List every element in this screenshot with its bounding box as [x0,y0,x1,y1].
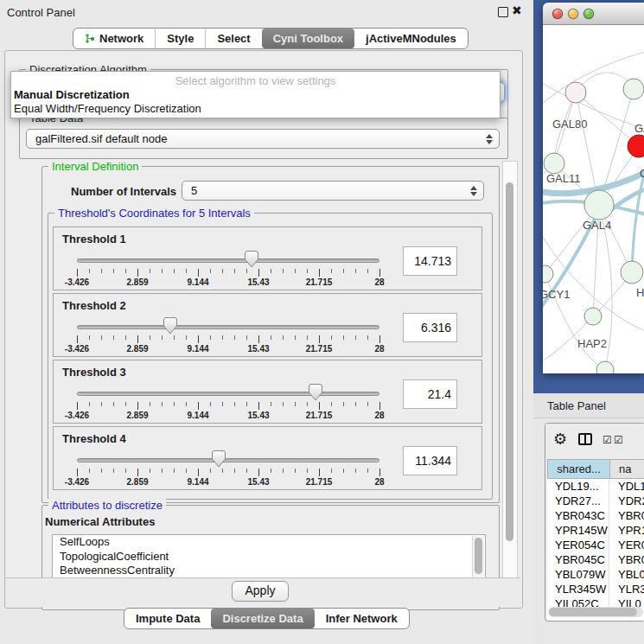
attribute-item-betweennesscentrality[interactable]: BetweennessCentrality [53,564,485,578]
cell-name[interactable]: YER0 [609,538,644,552]
dropdown-option-manual-discretization[interactable]: Manual Discretization [11,88,500,102]
close-icon[interactable]: ✖ [512,3,522,17]
cell-name[interactable]: YDR2 [609,494,644,508]
cell-name[interactable]: YBR0 [609,508,644,523]
panel-title: Control Panel [7,6,75,19]
zoom-traffic-icon[interactable] [583,9,594,19]
dropdown-option-equal-width-frequency-discretization[interactable]: Equal Width/Frequency Discretization [11,102,500,116]
tab-impute-data[interactable]: Impute Data [124,609,211,628]
threshold-value-field[interactable]: 21.4 [403,379,457,409]
tick-label: 9.144 [187,344,208,354]
cell-shared-name[interactable]: YPR145W [547,523,609,538]
tick-mark [198,269,199,277]
table-row[interactable]: YER054CYER0 [547,538,644,552]
threshold-value-field[interactable]: 6.316 [403,313,457,342]
network-node[interactable] [584,308,602,325]
column-header-shared-name[interactable]: shared... [548,460,610,478]
cell-name[interactable]: YDL1 [609,479,644,494]
scrollbar-thumb[interactable] [549,608,637,616]
tick-mark [101,335,102,340]
cell-name[interactable]: YPR1 [609,523,644,538]
checkbox-icon[interactable]: ☑ [614,434,623,446]
threshold-value-field[interactable]: 14.713 [403,246,457,276]
tab-style[interactable]: Style [155,29,205,48]
attribute-item-selfloops[interactable]: SelfLoops [53,535,485,550]
threshold-slider[interactable]: -3.4262.8599.14415.4321.71528 [77,381,379,423]
tick-mark [379,402,380,410]
tick-mark [113,269,114,273]
slider-handle[interactable] [212,450,226,468]
checkbox-icon[interactable]: ☑ [603,434,612,446]
network-node[interactable] [621,261,643,284]
slider-handle[interactable] [245,251,258,268]
network-node[interactable] [596,361,614,373]
tick-mark [307,335,308,340]
cell-shared-name[interactable]: YER054C [547,538,609,552]
tab-infer-network[interactable]: Infer Network [315,609,409,628]
table-row[interactable]: YLR345WYLR3 [547,582,644,596]
tick-mark [222,402,223,406]
network-node[interactable] [544,153,564,174]
tab-jactivemnodules[interactable]: jActiveMNodules [354,29,468,48]
gear-icon[interactable]: ⚙ [553,430,567,448]
cell-name[interactable]: YBL0 [609,567,644,582]
tick-mark [150,469,150,473]
close-traffic-icon[interactable] [552,9,563,19]
horizontal-scrollbar[interactable] [548,607,643,617]
number-of-intervals-select[interactable]: 5 [182,181,484,201]
table-data-select[interactable]: galFiltered.sif default node [26,129,500,149]
table-row[interactable]: YBR043CYBR0 [547,508,644,523]
cell-shared-name[interactable]: YDR27... [547,494,609,508]
node-label-gal4: GAL4 [583,219,611,232]
table-panel-window: ⚙ ☑ ☑ shared... na YDL19...YDL1YDR27...Y… [545,423,644,622]
cell-shared-name[interactable]: YBR045C [547,552,609,567]
slider-handle[interactable] [309,384,322,401]
threshold-slider[interactable]: -3.4262.8599.14415.4321.71528 [77,315,379,356]
threshold-label: Threshold 1 [62,233,126,245]
tab-cyni-toolbox[interactable]: Cyni Toolbox [262,29,354,48]
float-window-icon[interactable] [498,7,508,17]
network-view[interactable]: GAL80GACGAL11GAL4GCY1HHAP2 [543,25,644,373]
network-node[interactable] [565,82,586,103]
network-view-window[interactable]: GAL80GACGAL11GAL4GCY1HHAP2 [543,3,644,373]
table-row[interactable]: YDR27...YDR2 [547,494,644,508]
column-header-name[interactable]: na [610,460,644,478]
tab-select[interactable]: Select [205,29,261,48]
minimize-traffic-icon[interactable] [568,9,578,19]
attribute-item-topologicalcoefficient[interactable]: TopologicalCoefficient [53,550,485,564]
network-node[interactable] [543,265,553,283]
numerical-attributes-list[interactable]: SelfLoopsTopologicalCoefficientBetweenne… [52,534,486,578]
slider-handle[interactable] [163,317,177,335]
network-node[interactable] [584,190,614,220]
cell-shared-name[interactable]: YLR345W [547,582,609,596]
network-node[interactable] [623,79,644,99]
tick-label: 21.715 [306,344,333,354]
table-data-value: galFiltered.sif default node [35,132,167,145]
cell-shared-name[interactable]: YDL19... [547,479,609,494]
cell-shared-name[interactable]: YBR043C [547,508,609,523]
threshold-slider[interactable]: -3.4262.8599.14415.4321.71528 [77,248,379,290]
tick-mark [295,469,296,473]
table-row[interactable]: YBR045CYBR0 [547,552,644,567]
cell-name[interactable]: YBR0 [609,552,644,567]
scrollbar-thumb[interactable] [475,538,482,574]
tab-network[interactable]: Network [73,29,155,48]
slider-ticks [77,469,379,476]
tab-discretize-data[interactable]: Discretize Data [211,609,314,628]
attribute-list-scrollbar[interactable] [472,536,484,577]
network-canvas[interactable]: GAL80GACGAL11GAL4GCY1HHAP2 [543,25,644,373]
network-window-titlebar[interactable] [543,3,644,25]
apply-button[interactable]: Apply [232,581,289,602]
tick-mark [307,402,308,406]
scrollbar-thumb[interactable] [506,182,513,541]
settings-scrollbar[interactable] [502,161,518,579]
cell-name[interactable]: YLR3 [609,582,644,596]
table-row[interactable]: YDL19...YDL1 [547,479,644,494]
threshold-panel-2: Threshold 2-3.4262.8599.14415.4321.71528… [53,293,482,357]
threshold-value-field[interactable]: 11.344 [403,446,457,475]
threshold-slider[interactable]: -3.4262.8599.14415.4321.71528 [77,448,379,489]
columns-icon[interactable] [578,433,592,445]
table-row[interactable]: YPR145WYPR1 [547,523,644,538]
table-row[interactable]: YBL079WYBL0 [547,567,644,582]
cell-shared-name[interactable]: YBL079W [547,567,609,582]
